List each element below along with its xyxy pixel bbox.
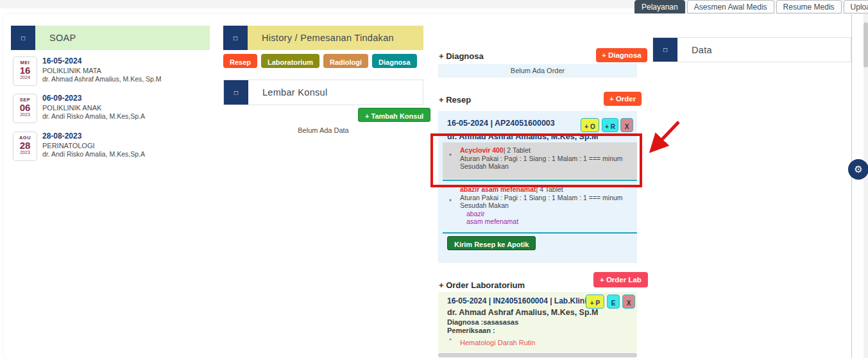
filter-resep-button[interactable]: Resep [223, 54, 257, 68]
soap-entry[interactable]: 16-05-2024 POLIKLINIK MATA dr. Ahmad Ash… [42, 56, 209, 83]
resep-card-doctor: dr. Ahmad Ashraf Amalius, M.Kes, Sp.M [447, 132, 598, 141]
history-panel-icon: □ [223, 26, 248, 50]
konsul-empty-text: Belum Ada Data [223, 126, 423, 134]
item-separator [443, 232, 637, 234]
drug-name: Acyclovir 400 [460, 146, 504, 154]
lab-card-pemeriksaan-label: Pemeriksaan : [447, 327, 495, 334]
chip-year: 2024 [13, 75, 37, 80]
lab-action-p-button[interactable]: + P [586, 294, 604, 309]
resep-action-x-button[interactable]: X [620, 118, 633, 132]
drug-rule: Aturan Pakai : Pagi : 1 Siang : 1 Malam … [460, 194, 623, 210]
resep-card-header: 16-05-2024 | AP24051600003 [447, 119, 555, 128]
chip-day: 16 [13, 65, 37, 75]
filter-laboratorium-button[interactable]: Laboratorium [261, 54, 319, 68]
drug-name: abazir asam mefenamat [460, 185, 536, 193]
soap-entry-date: 16-05-2024 [42, 56, 209, 65]
lab-card-header: 16-05-2024 | IN24051600004 | Lab.Klinik [447, 296, 591, 305]
tab-pelayanan[interactable]: Pelayanan [634, 0, 685, 13]
chip-year: 2023 [13, 150, 37, 155]
kirim-resep-button[interactable]: Kirim Resep ke Apotik [447, 236, 536, 250]
lembar-konsul-icon: □ [224, 80, 248, 105]
tab-upload-file[interactable]: Upload File [844, 0, 868, 13]
add-order-lab-button[interactable]: + Order Lab [593, 272, 648, 287]
vertical-scrollbar-thumb[interactable] [864, 22, 868, 67]
resep-action-o-button[interactable]: + O [581, 118, 599, 132]
tambah-konsul-button[interactable]: + Tambah Konsul [358, 108, 430, 122]
drug-rule: Aturan Pakai : Pagi : 1 Siang : 1 Malam … [460, 155, 623, 171]
drug-qty: | 2 Tablet [504, 146, 531, 154]
soap-entry-clinic: POLIKLINIK MATA [42, 67, 209, 74]
lembar-konsul-header: □ Lembar Konsul [223, 80, 423, 105]
soap-panel-icon: □ [11, 26, 35, 50]
chip-year: 2023 [13, 112, 37, 117]
horizontal-scrollbar[interactable] [438, 353, 637, 357]
list-marker: * [449, 337, 452, 345]
list-marker: * [449, 198, 452, 205]
data-panel-icon: □ [653, 38, 677, 62]
filter-radiologi-button[interactable]: Radiologi [323, 54, 368, 68]
soap-entry-doctor: dr. Andi Risko Amalia, M.Kes,Sp.A [42, 112, 209, 120]
history-panel-header: □ History / Pemesanan Tindakan [223, 26, 423, 50]
data-panel-title: Data [677, 38, 851, 62]
soap-panel-title: SOAP [35, 26, 210, 50]
add-diagnosa-button[interactable]: + Diagnosa [596, 48, 647, 62]
list-marker: * [449, 153, 452, 160]
drug-sub-item: abazir [466, 210, 632, 218]
resep-section-heading: + Resep [439, 95, 471, 105]
lab-action-e-button[interactable]: E [607, 294, 620, 309]
soap-entry-doctor: dr. Ahmad Ashraf Amalius, M.Kes, Sp.M [42, 75, 209, 83]
soap-entry-clinic: PERINATOLOGI [42, 142, 209, 149]
lab-test-item[interactable]: Hematologi Darah Rutin [460, 339, 535, 346]
tab-resume-medis[interactable]: Resume Medis [776, 0, 842, 13]
resep-item-row[interactable]: * Acyclovir 400| 2 Tablet Aturan Pakai :… [443, 142, 637, 179]
filter-diagnosa-button[interactable]: Diagnosa [372, 54, 417, 68]
soap-entry-doctor: dr. Andi Risko Amalia, M.Kes,Sp.A [42, 150, 209, 158]
lab-card-diagnosa: Diagnosa :sasasasas [447, 318, 518, 326]
resep-item-row[interactable]: * abazir asam mefenamat| 4 Tablet Aturan… [443, 182, 637, 230]
add-order-resep-button[interactable]: + Order [604, 92, 642, 106]
chip-day: 28 [13, 141, 37, 150]
lab-order-card: 16-05-2024 | IN24051600004 | Lab.Klinik … [438, 292, 637, 352]
drug-sub-item: asam mefenamat [466, 217, 632, 226]
diagnosa-empty-text: Belum Ada Order [438, 64, 637, 78]
soap-date-chip: SEP 06 2023 [13, 94, 37, 123]
resep-card: 16-05-2024 | AP24051600003 + O + R X dr.… [438, 111, 637, 263]
order-lab-section-heading: + Order Laboratorium [439, 280, 525, 290]
data-panel-header: □ Data [652, 37, 851, 62]
soap-entry[interactable]: 28-08-2023 PERINATOLOGI dr. Andi Risko A… [42, 132, 209, 158]
soap-entry[interactable]: 06-09-2023 POLIKLINIK ANAK dr. Andi Risk… [42, 94, 209, 120]
item-separator [443, 180, 637, 181]
history-filter-buttons: Resep Laboratorium Radiologi Diagnosa [223, 54, 417, 68]
gear-icon: ⚙ [854, 164, 862, 175]
soap-entry-clinic: POLIKLINIK ANAK [42, 104, 209, 112]
resep-action-r-button[interactable]: + R [602, 118, 618, 132]
soap-entry-date: 28-08-2023 [42, 132, 209, 141]
chip-day: 06 [13, 103, 37, 112]
soap-date-chip: AGU 28 2023 [13, 132, 37, 161]
soap-date-chip: MEI 16 2024 [13, 56, 37, 86]
lembar-konsul-title: Lembar Konsul [248, 80, 423, 105]
history-panel-title: History / Pemesanan Tindakan [248, 26, 423, 50]
panel-divider [851, 14, 852, 358]
diagnosa-section-heading: + Diagnosa [439, 51, 484, 61]
tab-asesmen-awal-medis[interactable]: Asesmen Awal Medis [687, 0, 774, 13]
soap-entry-date: 06-09-2023 [42, 94, 209, 103]
lab-card-doctor: dr. Ahmad Ashraf Amalius, M.Kes, Sp.M [447, 308, 598, 317]
lab-action-x-button[interactable]: X [622, 294, 635, 309]
soap-panel-header: □ SOAP [11, 26, 210, 50]
tab-bar: Pelayanan Asesmen Awal Medis Resume Medi… [634, 0, 868, 13]
drug-qty: | 4 Tablet [536, 185, 563, 193]
settings-gear-button[interactable]: ⚙ [848, 159, 868, 180]
